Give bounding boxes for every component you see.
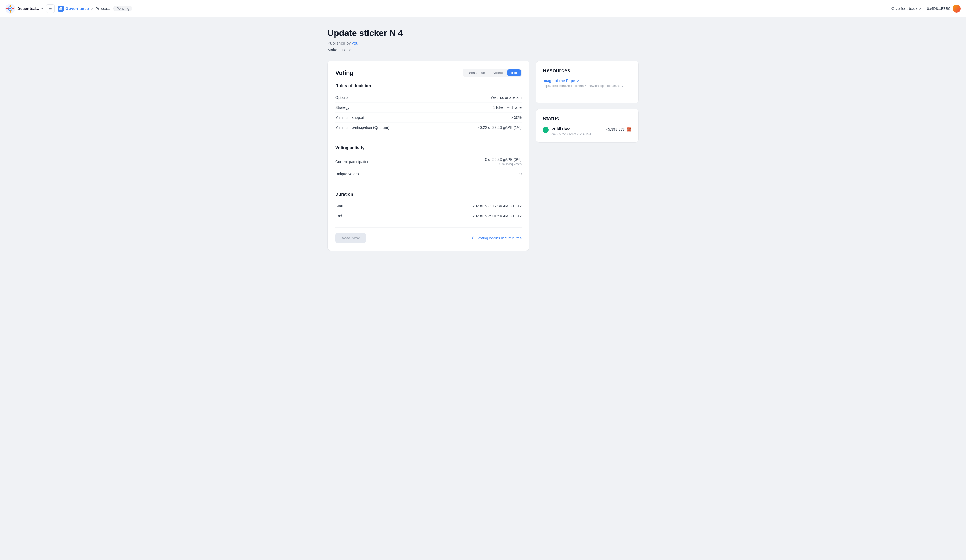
end-label: End xyxy=(335,214,342,218)
tab-breakdown[interactable]: Breakdown xyxy=(463,69,489,76)
status-row: ✓ Published 2023/07/23 12:26 AM UTC+2 45… xyxy=(543,126,632,136)
activity-section-title: Voting activity xyxy=(335,146,522,150)
resources-title: Resources xyxy=(543,67,632,74)
status-card: Status ✓ Published 2023/07/23 12:26 AM U… xyxy=(536,109,639,143)
vote-footer: Vote now ⏱ Voting begins in 9 minutes xyxy=(335,227,522,243)
breadcrumb-separator: > xyxy=(91,7,93,11)
table-row: Strategy 1 token → 1 vote xyxy=(335,103,522,113)
status-check-icon: ✓ xyxy=(543,127,549,133)
block-icon: 🧱 xyxy=(626,126,632,132)
current-participation-label: Current participation xyxy=(335,159,369,164)
proposal-description: Make it PePe xyxy=(327,48,639,52)
activity-section: Voting activity Current participation 0 … xyxy=(335,146,522,179)
min-support-label: Minimum support xyxy=(335,115,364,120)
resource-divider xyxy=(543,92,632,92)
unique-voters-value: 0 xyxy=(519,172,522,176)
resource-link[interactable]: Image of the Pepe ↗ xyxy=(543,79,632,83)
sidebar: Resources Image of the Pepe ↗ https://de… xyxy=(536,61,639,148)
svg-point-8 xyxy=(10,11,11,12)
voting-tabs: Breakdown Voters Info xyxy=(463,69,522,77)
section-divider xyxy=(335,139,522,139)
table-row: Current participation 0 of 22.43 gAPE (0… xyxy=(335,155,522,169)
current-participation-value: 0 of 22.43 gAPE (0%) xyxy=(485,158,522,162)
quorum-label: Minimum participation (Quorum) xyxy=(335,125,389,130)
logo-area[interactable]: Decentral... ▾ xyxy=(5,4,43,13)
governance-breadcrumb-item[interactable]: Governance xyxy=(58,6,89,11)
table-row: Minimum participation (Quorum) ≥ 0.22 of… xyxy=(335,123,522,132)
options-value: Yes, no, or abstain xyxy=(491,95,522,100)
breadcrumb-proposal: Proposal xyxy=(95,6,111,11)
table-row: Options Yes, no, or abstain xyxy=(335,93,522,103)
breadcrumb: Governance > Proposal Pending xyxy=(58,6,132,11)
tab-info[interactable]: Info xyxy=(507,69,521,76)
svg-rect-11 xyxy=(59,8,62,10)
resources-card: Resources Image of the Pepe ↗ https://de… xyxy=(536,61,639,103)
end-value: 2023/07/25 01:46 AM UTC+2 xyxy=(473,214,522,218)
table-row: Unique voters 0 xyxy=(335,169,522,179)
options-label: Options xyxy=(335,95,348,100)
status-block-number: 45,398,873 🧱 xyxy=(606,126,632,132)
wallet-area[interactable]: 0x4D8...E3B9 xyxy=(927,5,961,13)
block-number-value: 45,398,873 xyxy=(606,127,625,131)
voting-title: Voting xyxy=(335,69,353,76)
navbar: Decentral... ▾ ≡ Governance > Proposal xyxy=(0,0,966,17)
start-label: Start xyxy=(335,204,343,208)
published-by-link[interactable]: you xyxy=(352,41,358,45)
clock-icon: ⏱ xyxy=(472,236,476,240)
min-support-value: > 50% xyxy=(511,115,522,120)
table-row: End 2023/07/25 01:46 AM UTC+2 xyxy=(335,211,522,221)
logo-icon xyxy=(5,4,15,13)
status-info: Published 2023/07/23 12:26 AM UTC+2 xyxy=(551,126,593,136)
status-badge: Pending xyxy=(113,6,132,11)
missing-votes-value: 0.22 missing votes xyxy=(485,162,522,166)
voting-header: Voting Breakdown Voters Info xyxy=(335,69,522,77)
start-value: 2023/07/23 12:36 AM UTC+2 xyxy=(473,204,522,208)
duration-section: Duration Start 2023/07/23 12:36 AM UTC+2… xyxy=(335,192,522,221)
table-row: Start 2023/07/23 12:36 AM UTC+2 xyxy=(335,201,522,211)
menu-button[interactable]: ≡ xyxy=(46,4,54,13)
main-content: Update sticker N 4 Published by you Make… xyxy=(321,17,645,262)
page-title: Update sticker N 4 xyxy=(327,28,639,38)
rules-section-title: Rules of decision xyxy=(335,84,522,88)
menu-icon: ≡ xyxy=(49,6,52,11)
svg-point-7 xyxy=(10,5,11,6)
rules-section: Rules of decision Options Yes, no, or ab… xyxy=(335,84,522,132)
status-title: Status xyxy=(543,115,632,122)
table-row: Minimum support > 50% xyxy=(335,113,522,123)
current-participation-value-group: 0 of 22.43 gAPE (0%) 0.22 missing votes xyxy=(485,158,522,166)
status-left: ✓ Published 2023/07/23 12:26 AM UTC+2 xyxy=(543,126,593,136)
external-link-icon: ↗ xyxy=(919,7,922,10)
quorum-value: ≥ 0.22 of 22.43 gAPE (1%) xyxy=(477,125,522,130)
give-feedback-label: Give feedback xyxy=(892,6,917,11)
tab-voters[interactable]: Voters xyxy=(489,69,507,76)
wallet-avatar xyxy=(953,5,961,13)
vote-now-button[interactable]: Vote now xyxy=(335,233,366,243)
navbar-right: Give feedback ↗ 0x4D8...E3B9 xyxy=(892,5,961,13)
app-dropdown-icon[interactable]: ▾ xyxy=(41,7,43,10)
navbar-left: Decentral... ▾ ≡ Governance > Proposal xyxy=(5,4,892,13)
governance-label: Governance xyxy=(65,6,89,11)
status-label: Published xyxy=(551,126,593,131)
published-by-prefix: Published by xyxy=(327,41,352,45)
voting-begins-notice: ⏱ Voting begins in 9 minutes xyxy=(472,236,522,240)
svg-point-2 xyxy=(10,8,11,10)
unique-voters-label: Unique voters xyxy=(335,172,358,176)
voting-card: Voting Breakdown Voters Info Rules of de… xyxy=(327,61,529,251)
strategy-label: Strategy xyxy=(335,105,349,110)
external-icon: ↗ xyxy=(577,79,579,83)
content-grid: Voting Breakdown Voters Info Rules of de… xyxy=(327,61,639,251)
duration-section-title: Duration xyxy=(335,192,522,197)
resource-link-label: Image of the Pepe xyxy=(543,79,575,83)
give-feedback-button[interactable]: Give feedback ↗ xyxy=(892,6,922,11)
resource-url: https://decentralized-stickers-4226w.ond… xyxy=(543,84,632,88)
wallet-address: 0x4D8...E3B9 xyxy=(927,7,950,11)
svg-rect-13 xyxy=(60,7,61,8)
svg-point-9 xyxy=(7,8,8,9)
governance-icon xyxy=(58,6,64,11)
status-date: 2023/07/23 12:26 AM UTC+2 xyxy=(551,132,593,136)
voting-begins-text: Voting begins in 9 minutes xyxy=(478,236,522,240)
strategy-value: 1 token → 1 vote xyxy=(493,105,522,110)
svg-point-10 xyxy=(13,8,14,9)
published-by: Published by you xyxy=(327,41,639,45)
section-divider-2 xyxy=(335,185,522,186)
